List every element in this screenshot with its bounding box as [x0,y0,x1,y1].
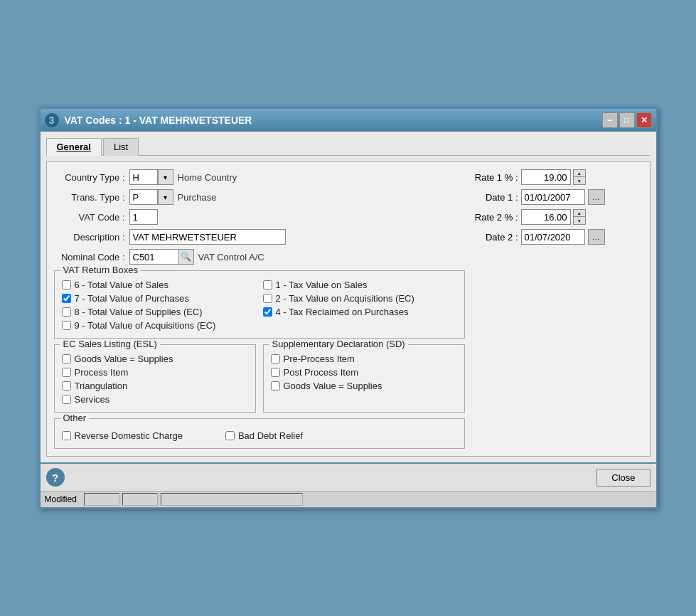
box4-checkbox[interactable] [263,307,272,317]
status-bar: Modified [41,491,656,507]
rate1-input[interactable] [521,169,571,185]
trans-type-text: Purchase [178,192,217,203]
esl-sd-row: EC Sales Listing (ESL) Goods Value = Sup… [54,344,465,413]
esl-services-label: Services [75,394,110,405]
esl-goods-label: Goods Value = Supplies [75,354,173,364]
title-buttons: − □ ✕ [602,112,652,128]
box7-checkbox[interactable] [62,294,71,303]
title-bar-left: 3 VAT Codes : 1 - VAT MEHRWETSTEUER [45,113,252,127]
reverse-charge-checkbox[interactable] [62,431,71,440]
rate2-row: Rate 2 % : ▴ ▾ [472,209,643,225]
esl-triangulation-row: Triangulation [62,381,248,391]
tab-bar: General List [46,137,651,156]
box2-label: 2 - Tax Value on Acquisitions (EC) [276,293,414,304]
description-label: Description : [54,232,125,243]
esl-services-checkbox[interactable] [62,395,71,404]
minimize-button[interactable]: − [602,112,618,128]
bad-debt-row: Bad Debt Relief [225,430,303,441]
window-title: VAT Codes : 1 - VAT MEHRWETSTEUER [65,115,252,126]
esl-triangulation-checkbox[interactable] [62,381,71,391]
box6-checkbox[interactable] [62,280,71,290]
vat-return-boxes-title: VAT Return Boxes [60,265,141,275]
vat-code-label: VAT Code : [54,212,125,223]
window-body: General List Country Type : ▾ Home Count… [41,132,656,462]
bottom-bar: ? Close [41,462,656,491]
esl-process-row: Process Item [62,367,248,378]
status-segment-1 [84,493,119,506]
checkbox-box6: 6 - Total Value of Sales [62,280,256,290]
esl-goods-row: Goods Value = Supplies [62,354,248,364]
trans-type-dropdown[interactable]: ▾ [158,189,173,205]
esl-services-row: Services [62,394,248,405]
box4-label: 4 - Tax Reclaimed on Purchases [276,307,409,317]
description-input[interactable] [129,229,286,245]
trans-type-label: Trans. Type : [54,192,125,203]
date1-label: Date 1 : [472,192,518,203]
vat-code-input[interactable] [129,209,158,225]
rate1-down-button[interactable]: ▾ [574,177,585,184]
esl-title: EC Sales Listing (ESL) [60,339,160,349]
tab-list[interactable]: List [103,138,139,156]
nominal-code-text: VAT Control A/C [198,252,264,262]
rate2-up-button[interactable]: ▴ [574,210,585,217]
rate1-up-button[interactable]: ▴ [574,170,585,177]
restore-button[interactable]: □ [619,112,635,128]
date1-browse-button[interactable]: … [588,189,605,205]
rate2-down-button[interactable]: ▾ [574,217,585,224]
rate2-spinner: ▴ ▾ [573,209,586,225]
rate1-spinner: ▴ ▾ [573,169,586,185]
sd-goods-row: Goods Value = Supplies [271,381,457,391]
box1-label: 1 - Tax Value on Sales [276,280,368,290]
close-button[interactable]: Close [596,469,650,487]
date1-row: Date 1 : … [472,189,643,205]
checkbox-box1: 1 - Tax Value on Sales [263,280,457,290]
date2-input[interactable] [521,229,585,245]
sd-pre-checkbox[interactable] [271,354,280,363]
esl-goods-checkbox[interactable] [62,354,71,363]
main-window: 3 VAT Codes : 1 - VAT MEHRWETSTEUER − □ … [39,107,658,509]
bad-debt-label: Bad Debt Relief [238,430,303,441]
checkbox-box4: 4 - Tax Reclaimed on Purchases [263,307,457,317]
content-area: Country Type : ▾ Home Country Trans. Typ… [46,161,651,457]
window-close-button[interactable]: ✕ [636,112,652,128]
sd-post-checkbox[interactable] [271,368,280,377]
box6-label: 6 - Total Value of Sales [75,280,169,290]
country-type-input[interactable] [129,169,158,185]
rate2-input[interactable] [521,209,571,225]
sd-post-label: Post Process Item [284,367,358,378]
box2-checkbox[interactable] [263,294,272,303]
tab-general[interactable]: General [46,138,102,156]
right-panel: Rate 1 % : ▴ ▾ Date 1 : … [472,169,643,449]
sd-pre-row: Pre-Process Item [271,354,457,364]
bad-debt-checkbox[interactable] [225,431,235,440]
nominal-code-search-button[interactable]: 🔍 [178,249,194,265]
other-content: Reverse Domestic Charge Bad Debt Relief [62,428,457,441]
sd-goods-checkbox[interactable] [271,381,280,391]
help-button[interactable]: ? [46,468,65,487]
box1-checkbox[interactable] [263,280,272,290]
date2-row: Date 2 : … [472,229,643,245]
description-row: Description : [54,229,465,245]
reverse-charge-row: Reverse Domestic Charge [62,430,183,441]
rate1-row: Rate 1 % : ▴ ▾ [472,169,643,185]
left-panel: Country Type : ▾ Home Country Trans. Typ… [54,169,465,449]
trans-type-row: Trans. Type : ▾ Purchase [54,189,465,205]
esl-process-checkbox[interactable] [62,368,71,377]
country-type-dropdown[interactable]: ▾ [158,169,173,185]
date2-browse-button[interactable]: … [588,229,605,245]
reverse-charge-label: Reverse Domestic Charge [75,430,183,441]
box8-label: 8 - Total Value of Supplies (EC) [75,307,203,317]
nominal-code-input[interactable] [129,249,179,265]
box8-checkbox[interactable] [62,307,71,317]
checkbox-box2: 2 - Tax Value on Acquisitions (EC) [263,293,457,304]
date1-input[interactable] [521,189,585,205]
box9-checkbox[interactable] [62,321,71,330]
date2-label: Date 2 : [472,232,518,243]
sd-section: Supplementary Declaration (SD) Pre-Proce… [263,344,465,413]
vat-code-row: VAT Code : [54,209,465,225]
trans-type-input[interactable] [129,189,158,205]
main-content: Country Type : ▾ Home Country Trans. Typ… [54,169,643,449]
esl-triangulation-label: Triangulation [75,381,128,391]
nominal-code-label: Nominal Code : [54,252,125,262]
title-bar: 3 VAT Codes : 1 - VAT MEHRWETSTEUER − □ … [41,109,656,132]
